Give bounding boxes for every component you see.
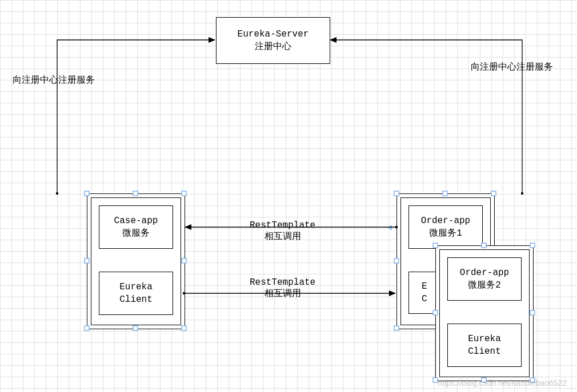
selection-handle[interactable] xyxy=(433,310,438,316)
order2-cell: Order-app 微服务2 xyxy=(447,257,522,301)
label-right-register: 向注册中心注册服务 xyxy=(471,61,553,73)
selection-handle[interactable] xyxy=(433,378,438,383)
order1-line2: 微服务1 xyxy=(429,227,462,240)
case-app-line1: Case-app xyxy=(114,215,158,227)
eureka-server-subtitle: 注册中心 xyxy=(255,41,291,53)
eureka-server-box: Eureka-Server 注册中心 xyxy=(216,17,330,64)
selection-handle[interactable] xyxy=(182,258,187,264)
selection-handle[interactable] xyxy=(182,326,187,331)
case-app-line2: 微服务 xyxy=(122,227,150,240)
selection-handle[interactable] xyxy=(394,326,399,331)
selection-handle[interactable] xyxy=(482,243,487,248)
order1-client-line1: E xyxy=(422,280,427,293)
selection-handle[interactable] xyxy=(85,191,90,196)
case-client-cell: Eureka Client xyxy=(99,272,173,315)
eureka-server-title: Eureka-Server xyxy=(238,28,309,41)
order1-client-line2: C xyxy=(422,293,427,305)
order2-line1: Order-app xyxy=(460,266,509,279)
label-rest-bottom: RestTemplate 相互调用 xyxy=(250,277,315,300)
order1-cell: Order-app 微服务1 xyxy=(408,205,483,249)
svg-point-0 xyxy=(56,192,58,195)
order2-client-cell: Eureka Client xyxy=(447,324,522,367)
selection-handle[interactable] xyxy=(530,243,535,248)
case-client-line2: Client xyxy=(119,293,153,306)
selection-handle[interactable] xyxy=(491,191,496,196)
selection-handle[interactable] xyxy=(530,310,535,316)
selection-handle[interactable] xyxy=(85,326,90,331)
selection-handle[interactable] xyxy=(394,258,399,264)
selection-handle[interactable] xyxy=(443,191,448,196)
selection-handle[interactable] xyxy=(182,191,187,196)
order1-line1: Order-app xyxy=(421,215,470,227)
selection-handle[interactable] xyxy=(133,326,138,331)
label-rest-top: RestTemplate 相互调用 xyxy=(250,220,315,243)
order2-client-line2: Client xyxy=(468,345,501,358)
drag-indicator xyxy=(387,225,392,231)
label-left-register: 向注册中心注册服务 xyxy=(13,74,95,86)
selection-handle[interactable] xyxy=(433,243,438,248)
selection-handle[interactable] xyxy=(394,191,399,196)
selection-handle[interactable] xyxy=(85,258,90,264)
svg-point-1 xyxy=(521,192,523,195)
order2-client-line1: Eureka xyxy=(468,333,501,345)
order2-line2: 微服务2 xyxy=(468,279,501,292)
case-app-cell: Case-app 微服务 xyxy=(99,205,173,249)
selection-handle[interactable] xyxy=(133,191,138,196)
case-client-line1: Eureka xyxy=(119,281,153,293)
watermark: https://blog.csdn.net/nanbiebao6522 xyxy=(438,378,567,387)
